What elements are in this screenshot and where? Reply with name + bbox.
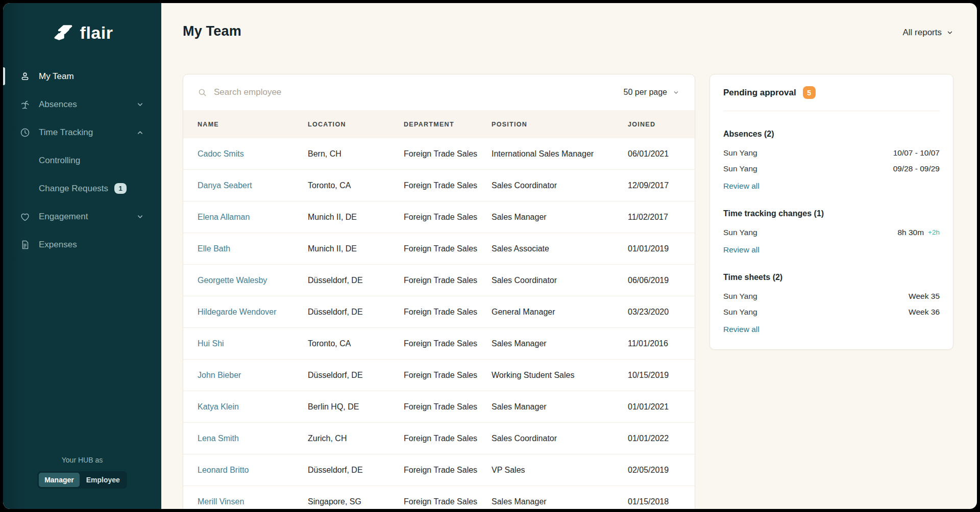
hub-switcher: Your HUB as Manager Employee — [3, 456, 161, 489]
approval-item: Sun Yang Week 36 — [723, 304, 940, 320]
employee-department: Foreign Trade Sales — [404, 244, 492, 253]
employee-location: Düsseldorf, DE — [308, 308, 404, 317]
approval-item-name: Sun Yang — [723, 228, 757, 237]
approval-item-name: Sun Yang — [723, 292, 757, 301]
search-input[interactable] — [214, 87, 428, 97]
review-all-link[interactable]: Review all — [723, 182, 760, 191]
employee-name-link[interactable]: Elle Bath — [198, 244, 230, 253]
employee-name-link[interactable]: Danya Seabert — [198, 181, 252, 190]
approval-item: Sun Yang Week 35 — [723, 288, 940, 304]
chevron-up-icon — [136, 129, 144, 136]
approval-section: Time sheets (2) Sun Yang Week 35 Sun Yan… — [723, 273, 940, 334]
sidebar-item-label: Expenses — [39, 240, 77, 250]
table-row[interactable]: Cadoc Smits Bern, CH Foreign Trade Sales… — [183, 138, 695, 170]
approval-item-name: Sun Yang — [723, 164, 757, 173]
employee-joined: 10/15/2019 — [628, 371, 679, 380]
employee-joined: 06/01/2021 — [628, 149, 679, 159]
page-size-label: 50 per page — [624, 88, 667, 97]
employee-name-link[interactable]: Elena Allaman — [198, 213, 250, 221]
table-body: Cadoc Smits Bern, CH Foreign Trade Sales… — [183, 138, 695, 509]
all-reports-dropdown[interactable]: All reports — [902, 28, 953, 38]
table-row[interactable]: Leonard Britto Düsseldorf, DE Foreign Tr… — [183, 454, 695, 486]
approval-item: Sun Yang 8h 30m+2h — [723, 224, 940, 240]
table-row[interactable]: John Bieber Düsseldorf, DE Foreign Trade… — [183, 360, 695, 391]
pending-approval-title: Pending approval — [723, 88, 796, 98]
table-row[interactable]: Danya Seabert Toronto, CA Foreign Trade … — [183, 170, 695, 201]
employee-name-link[interactable]: Katya Klein — [198, 402, 239, 411]
sidebar-nav: My Team Absences — [3, 62, 161, 259]
review-all-link[interactable]: Review all — [723, 245, 760, 254]
employee-name-link[interactable]: Lena Smith — [198, 434, 239, 443]
approval-items: Sun Yang Week 35 Sun Yang Week 36 — [723, 288, 940, 320]
sidebar-item-change-requests[interactable]: Change Requests 1 — [3, 174, 161, 202]
employee-location: Düsseldorf, DE — [308, 466, 404, 475]
employee-department: Foreign Trade Sales — [404, 402, 492, 412]
change-requests-count-badge: 1 — [114, 183, 127, 194]
sidebar: flair My Team — [3, 3, 161, 509]
hub-toggle-manager[interactable]: Manager — [39, 473, 80, 487]
heart-icon — [19, 211, 31, 222]
employee-location: Toronto, CA — [308, 181, 404, 190]
employee-name-link[interactable]: Hui Shi — [198, 339, 224, 348]
column-header-department[interactable]: DEPARTMENT — [404, 121, 492, 128]
hub-role-toggle: Manager Employee — [37, 471, 127, 489]
app-window: flair My Team — [3, 3, 977, 509]
page-size-dropdown[interactable]: 50 per page — [624, 88, 679, 97]
employee-name-link[interactable]: Hildegarde Wendover — [198, 308, 276, 316]
employee-department: Foreign Trade Sales — [404, 434, 492, 443]
sidebar-item-label: My Team — [39, 71, 74, 82]
pending-approval-header: Pending approval 5 — [723, 74, 940, 111]
search-box — [198, 87, 624, 97]
sidebar-item-controlling[interactable]: Controlling — [3, 146, 161, 174]
document-icon — [19, 239, 31, 250]
employee-table-card: 50 per page NAME LOCATION DEPARTMENT POS… — [183, 74, 695, 509]
employee-position: International Sales Manager — [492, 149, 628, 159]
table-row[interactable]: Hildegarde Wendover Düsseldorf, DE Forei… — [183, 296, 695, 328]
employee-name-link[interactable]: Leonard Britto — [198, 466, 249, 474]
employee-name-link[interactable]: Cadoc Smits — [198, 149, 244, 158]
table-row[interactable]: Merill Vinsen Singapore, SG Foreign Trad… — [183, 486, 695, 509]
table-row[interactable]: Hui Shi Toronto, CA Foreign Trade Sales … — [183, 328, 695, 360]
column-header-location[interactable]: LOCATION — [308, 121, 404, 128]
chevron-down-icon — [673, 89, 679, 96]
employee-position: Sales Coordinator — [492, 276, 628, 285]
employee-name-link[interactable]: Merill Vinsen — [198, 497, 244, 506]
approval-item-name: Sun Yang — [723, 148, 757, 158]
sidebar-item-engagement[interactable]: Engagement — [3, 202, 161, 231]
approval-sections: Absences (2) Sun Yang 10/07 - 10/07 Sun … — [723, 130, 940, 334]
sidebar-item-absences[interactable]: Absences — [3, 90, 161, 118]
employee-joined: 11/01/2016 — [628, 339, 679, 348]
sidebar-item-label: Absences — [39, 99, 77, 110]
sidebar-item-label: Change Requests — [39, 184, 108, 194]
table-row[interactable]: Elle Bath Munich II, DE Foreign Trade Sa… — [183, 233, 695, 265]
employee-name-link[interactable]: John Bieber — [198, 371, 241, 379]
sidebar-item-expenses[interactable]: Expenses — [3, 231, 161, 259]
approval-item-value: 09/28 - 09/29 — [893, 164, 940, 173]
table-row[interactable]: Elena Allaman Munich II, DE Foreign Trad… — [183, 201, 695, 233]
all-reports-label: All reports — [902, 28, 942, 38]
table-row[interactable]: Georgette Walesby Düsseldorf, DE Foreign… — [183, 265, 695, 296]
column-header-joined[interactable]: JOINED — [628, 121, 679, 128]
column-header-name[interactable]: NAME — [198, 121, 308, 128]
employee-position: Sales Associate — [492, 244, 628, 253]
sidebar-item-label: Time Tracking — [39, 127, 93, 138]
sidebar-item-time-tracking[interactable]: Time Tracking — [3, 118, 161, 146]
column-header-position[interactable]: POSITION — [492, 121, 628, 128]
hub-toggle-employee[interactable]: Employee — [81, 473, 126, 487]
employee-department: Foreign Trade Sales — [404, 181, 492, 190]
employee-name-link[interactable]: Georgette Walesby — [198, 276, 267, 285]
approval-items: Sun Yang 8h 30m+2h — [723, 224, 940, 240]
approval-item-value: Week 36 — [909, 308, 940, 317]
pending-approval-count-badge: 5 — [803, 86, 816, 99]
review-all-link[interactable]: Review all — [723, 325, 760, 334]
sidebar-item-my-team[interactable]: My Team — [3, 62, 161, 90]
employee-position: VP Sales — [492, 466, 628, 475]
table-row[interactable]: Katya Klein Berlin HQ, DE Foreign Trade … — [183, 391, 695, 423]
table-row[interactable]: Lena Smith Zurich, CH Foreign Trade Sale… — [183, 423, 695, 454]
employee-joined: 01/15/2018 — [628, 497, 679, 506]
employee-position: Sales Manager — [492, 339, 628, 348]
employee-location: Munich II, DE — [308, 213, 404, 222]
employee-joined: 06/06/2019 — [628, 276, 679, 285]
approval-section-title: Time sheets (2) — [723, 273, 940, 282]
content-row: 50 per page NAME LOCATION DEPARTMENT POS… — [183, 74, 953, 509]
